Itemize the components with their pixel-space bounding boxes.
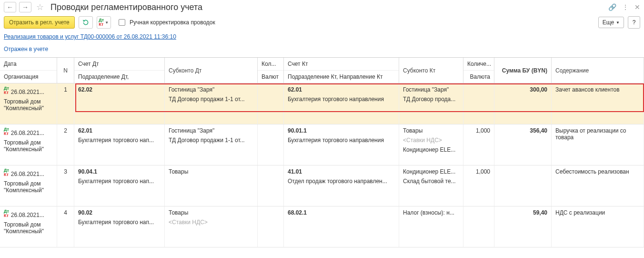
cell-sum: 59,40 — [494, 206, 552, 247]
cell-qty-cur — [258, 206, 284, 247]
cell-sub-kt: Товары<Ставки НДС>Кондиционер ELE... — [399, 124, 463, 165]
sub-dt-2: <Ставки НДС> — [169, 219, 253, 226]
reflect-button[interactable]: Отразить в регл. учете — [4, 16, 75, 29]
acc-dt: 90.04.1 — [78, 168, 161, 175]
cell-sub-dt: Гостиница "Заря"ТД Договор продажи 1-1 о… — [165, 83, 258, 124]
cell-qty2: 1,000 — [463, 165, 494, 206]
acc-dt: 62.02 — [78, 86, 161, 93]
row-org: Торговый дом "Комплексный" — [4, 180, 53, 194]
favorite-icon[interactable]: ☆ — [36, 2, 44, 12]
status-text: Отражен в учете — [0, 43, 644, 57]
sub-kt-1: Гостиница "Заря" — [403, 86, 459, 93]
sub-kt-1: Налог (взносы): н... — [403, 209, 459, 216]
dept-dt: Бухгалтерия торгового нап... — [78, 219, 161, 226]
sub-dt-2: ТД Договор продажи 1-1 от... — [169, 137, 253, 144]
col-qty2[interactable]: Количе... — [463, 58, 494, 71]
titlebar: ← → ☆ Проводки регламентированного учета… — [0, 0, 644, 14]
manual-edit-label: Ручная корректировка проводок — [130, 19, 215, 26]
cell-n: 3 — [57, 165, 74, 206]
dtct-icon: ДтКт — [4, 168, 9, 177]
cell-sub-kt: Кондиционер ELE...Склад бытовой те... — [399, 165, 463, 206]
sub-kt-1: Кондиционер ELE... — [403, 168, 459, 175]
col-currency[interactable]: Валют — [258, 71, 283, 83]
cell-date: ДтКт26.08.2021...Торговый дом "Комплексн… — [0, 165, 57, 206]
table-row[interactable]: ДтКт26.08.2021...Торговый дом "Комплексн… — [0, 124, 644, 165]
sub-dt-2: ТД Договор продажи 1-1 от... — [169, 96, 253, 103]
cell-acc-dt: 62.01Бухгалтерия торгового нап... — [74, 124, 165, 165]
more-button[interactable]: Еще ▼ — [598, 17, 624, 28]
row-date: 26.08.2021... — [11, 171, 44, 177]
cell-sub-dt: Товары<Ставки НДС> — [165, 206, 258, 247]
sub-kt-2: <Ставки НДС> — [403, 137, 459, 144]
sub-kt-2: ТД Договор прода... — [403, 96, 459, 103]
acc-dt: 62.01 — [78, 127, 161, 134]
cell-acc-kt: 41.01Отдел продаж торгового направлен... — [284, 165, 399, 206]
refresh-button[interactable] — [79, 16, 93, 29]
dept-dt: Бухгалтерия торгового нап... — [78, 137, 161, 144]
col-sub-dt[interactable]: Субконто Дт — [165, 58, 258, 83]
cell-desc: Выручка от реализации со товара — [552, 124, 644, 165]
col-dept-kt[interactable]: Подразделение Кт, Направление Кт — [284, 71, 399, 83]
close-icon[interactable]: ✕ — [634, 3, 640, 11]
col-sub-kt[interactable]: Субконто Кт — [399, 58, 463, 83]
cell-desc: Себестоимость реализован — [552, 165, 644, 206]
table-row[interactable]: ДтКт26.08.2021...Торговый дом "Комплексн… — [0, 165, 644, 206]
table-row[interactable]: ДтКт26.08.2021...Торговый дом "Комплексн… — [0, 206, 644, 248]
manual-edit-checkbox[interactable] — [119, 19, 125, 26]
sub-dt-1: Товары — [169, 168, 253, 175]
sub-dt-1: Гостиница "Заря" — [169, 127, 253, 134]
nav-back-button[interactable]: ← — [4, 2, 16, 12]
cell-acc-kt: 90.01.1Бухгалтерия торгового направления — [284, 124, 399, 165]
help-button[interactable]: ? — [628, 16, 640, 29]
cell-sum: 300,00 — [494, 83, 552, 124]
row-date: 26.08.2021... — [11, 212, 44, 218]
acc-kt: 90.01.1 — [288, 127, 395, 134]
col-sum[interactable]: Сумма БУ (BYN) — [494, 58, 552, 83]
cell-sub-dt: Товары — [165, 165, 258, 206]
col-n[interactable]: N — [57, 58, 74, 83]
cell-sum — [494, 165, 552, 206]
cell-sub-kt: Налог (взносы): н... — [399, 206, 463, 247]
cell-n: 4 — [57, 206, 74, 247]
acc-kt: 41.01 — [288, 168, 395, 175]
col-desc[interactable]: Содержание — [552, 58, 644, 83]
more-label: Еще — [603, 19, 614, 26]
cell-qty2 — [463, 83, 494, 124]
col-acc-kt[interactable]: Счет Кт — [284, 58, 399, 71]
dtct-icon: ДтКт — [4, 86, 9, 95]
cell-sub-kt: Гостиница "Заря"ТД Договор прода... — [399, 83, 463, 124]
sub-kt-1: Товары — [403, 127, 459, 134]
nav-forward-button[interactable]: → — [19, 2, 31, 12]
row-org: Торговый дом "Комплексный" — [4, 221, 53, 235]
page-title: Проводки регламентированного учета — [50, 2, 202, 12]
cell-desc: НДС с реализации — [552, 206, 644, 247]
cell-acc-kt: 62.01Бухгалтерия торгового направления — [284, 83, 399, 124]
dept-kt: Отдел продаж торгового направлен... — [288, 178, 395, 185]
acc-kt: 62.01 — [288, 86, 395, 93]
link-icon[interactable]: 🔗 — [608, 3, 616, 11]
cell-qty2: 1,000 — [463, 124, 494, 165]
col-acc-dt[interactable]: Счет Дт — [74, 58, 164, 71]
cell-qty-cur — [258, 165, 284, 206]
row-date: 26.08.2021... — [11, 89, 44, 95]
cell-sum: 356,40 — [494, 124, 552, 165]
document-link[interactable]: Реализация товаров и услуг ТД00-000006 о… — [4, 33, 176, 40]
col-currency2[interactable]: Валюта — [463, 71, 494, 83]
row-date: 26.08.2021... — [11, 130, 44, 136]
cell-sub-dt: Гостиница "Заря"ТД Договор продажи 1-1 о… — [165, 124, 258, 165]
cell-acc-dt: 90.04.1Бухгалтерия торгового нап... — [74, 165, 165, 206]
col-dept-dt[interactable]: Подразделение Дт, — [74, 71, 164, 83]
cell-qty-cur — [258, 83, 284, 124]
row-org: Торговый дом "Комплексный" — [4, 139, 53, 153]
toolbar: Отразить в регл. учете ДтКт ▼ Ручная кор… — [0, 14, 644, 31]
col-qty[interactable]: Кол... — [258, 58, 283, 71]
dept-kt: Бухгалтерия торгового направления — [288, 96, 395, 103]
sub-kt-2: Склад бытовой те... — [403, 178, 459, 185]
kebab-icon[interactable]: ⋮ — [622, 3, 629, 11]
dtct-dropdown-button[interactable]: ДтКт ▼ — [97, 16, 111, 29]
cell-qty-cur — [258, 124, 284, 165]
col-date[interactable]: Дата — [0, 58, 57, 71]
cell-date: ДтКт26.08.2021...Торговый дом "Комплексн… — [0, 83, 57, 124]
col-org[interactable]: Организация — [0, 71, 57, 83]
table-row[interactable]: ДтКт26.08.2021...Торговый дом "Комплексн… — [0, 83, 644, 124]
